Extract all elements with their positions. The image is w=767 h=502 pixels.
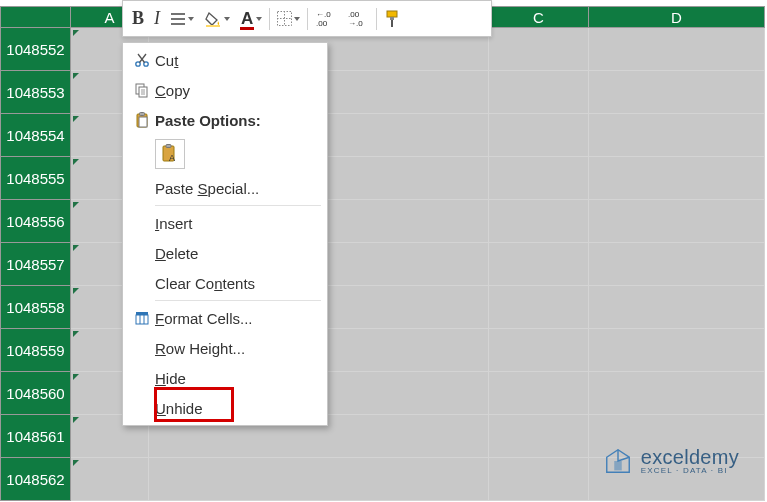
cell[interactable] bbox=[489, 114, 589, 157]
cell[interactable] bbox=[589, 114, 765, 157]
watermark-logo-icon bbox=[603, 446, 633, 476]
menu-label: Cut bbox=[155, 52, 319, 69]
clipboard-icon bbox=[129, 112, 155, 128]
svg-rect-12 bbox=[390, 17, 394, 20]
row-header[interactable]: 1048561 bbox=[0, 415, 71, 458]
chevron-down-icon bbox=[224, 17, 230, 21]
borders-button[interactable] bbox=[272, 8, 305, 29]
svg-text:→.0: →.0 bbox=[348, 19, 363, 28]
paste-option-default[interactable]: A bbox=[155, 139, 185, 169]
svg-text:.00: .00 bbox=[316, 19, 328, 28]
cell[interactable] bbox=[489, 157, 589, 200]
cell[interactable] bbox=[589, 28, 765, 71]
menu-copy[interactable]: Copy bbox=[123, 75, 327, 105]
font-color-button[interactable]: A bbox=[235, 6, 267, 32]
cell[interactable] bbox=[589, 372, 765, 415]
menu-cut[interactable]: Cut bbox=[123, 45, 327, 75]
decrease-decimal-button[interactable]: .00→.0 bbox=[342, 7, 374, 31]
fill-color-button[interactable] bbox=[199, 8, 235, 30]
cell[interactable] bbox=[71, 458, 149, 501]
row-header[interactable]: 1048558 bbox=[0, 286, 71, 329]
svg-rect-24 bbox=[140, 113, 145, 116]
chevron-down-icon bbox=[256, 17, 262, 21]
svg-rect-29 bbox=[136, 315, 148, 324]
chevron-down-icon bbox=[294, 17, 300, 21]
menu-clear-contents[interactable]: Clear Contents bbox=[123, 268, 327, 298]
paste-options-row: A bbox=[123, 135, 327, 173]
grid-rows: 1048552 1048553 1048554 1048555 1048556 … bbox=[0, 28, 767, 502]
increase-decimal-button[interactable]: ←.0.00 bbox=[310, 7, 342, 31]
borders-icon bbox=[277, 11, 292, 26]
menu-insert[interactable]: Insert bbox=[123, 208, 327, 238]
cell[interactable] bbox=[589, 200, 765, 243]
decrease-decimal-icon: .00→.0 bbox=[347, 10, 369, 28]
menu-row-height[interactable]: Row Height... bbox=[123, 333, 327, 363]
svg-rect-30 bbox=[136, 312, 148, 315]
row-header[interactable]: 1048557 bbox=[0, 243, 71, 286]
cell[interactable] bbox=[589, 329, 765, 372]
row-header[interactable]: 1048555 bbox=[0, 157, 71, 200]
menu-label: Delete bbox=[155, 245, 319, 262]
menu-label: Copy bbox=[155, 82, 319, 99]
menu-hide[interactable]: Hide bbox=[123, 363, 327, 393]
svg-rect-27 bbox=[166, 145, 171, 148]
cell[interactable] bbox=[489, 200, 589, 243]
row-header[interactable]: 1048562 bbox=[0, 458, 71, 501]
cell[interactable] bbox=[489, 28, 589, 71]
cell[interactable] bbox=[489, 286, 589, 329]
watermark: exceldemy EXCEL · DATA · BI bbox=[603, 446, 739, 476]
italic-button[interactable]: I bbox=[149, 5, 165, 32]
menu-format-cells[interactable]: Format Cells... bbox=[123, 303, 327, 333]
align-button[interactable] bbox=[165, 9, 199, 29]
menu-label: Clear Contents bbox=[155, 275, 319, 292]
chevron-down-icon bbox=[188, 17, 194, 21]
cell[interactable] bbox=[489, 372, 589, 415]
svg-rect-33 bbox=[614, 461, 622, 470]
separator bbox=[155, 300, 321, 301]
cell[interactable] bbox=[489, 458, 589, 501]
separator bbox=[155, 205, 321, 206]
row-header[interactable]: 1048560 bbox=[0, 372, 71, 415]
cell[interactable] bbox=[489, 329, 589, 372]
row-header[interactable]: 1048556 bbox=[0, 200, 71, 243]
svg-rect-25 bbox=[139, 117, 147, 127]
cell[interactable] bbox=[489, 71, 589, 114]
row-header[interactable]: 1048554 bbox=[0, 114, 71, 157]
svg-rect-3 bbox=[206, 25, 220, 27]
svg-text:←.0: ←.0 bbox=[316, 10, 331, 19]
cell[interactable] bbox=[489, 243, 589, 286]
col-header-d[interactable]: D bbox=[589, 6, 765, 28]
format-cells-icon bbox=[129, 310, 155, 326]
cell[interactable] bbox=[489, 415, 589, 458]
format-painter-button[interactable] bbox=[379, 7, 407, 31]
watermark-text: exceldemy bbox=[641, 447, 739, 467]
svg-text:A: A bbox=[169, 153, 175, 163]
row-header[interactable]: 1048553 bbox=[0, 71, 71, 114]
menu-label: Insert bbox=[155, 215, 319, 232]
format-painter-icon bbox=[384, 10, 402, 28]
paint-bucket-icon bbox=[204, 11, 222, 27]
cell[interactable] bbox=[149, 458, 489, 501]
bold-button[interactable]: B bbox=[127, 5, 149, 32]
watermark-subtext: EXCEL · DATA · BI bbox=[641, 467, 739, 475]
col-header-c[interactable]: C bbox=[489, 6, 589, 28]
menu-label: Unhide bbox=[155, 400, 319, 417]
align-icon bbox=[170, 12, 186, 26]
row-header[interactable]: 1048552 bbox=[0, 28, 71, 71]
menu-delete[interactable]: Delete bbox=[123, 238, 327, 268]
context-menu: Cut Copy Paste Options: A Paste Special.… bbox=[122, 42, 328, 426]
cell[interactable] bbox=[589, 157, 765, 200]
menu-paste-special[interactable]: Paste Special... bbox=[123, 173, 327, 203]
menu-label: Format Cells... bbox=[155, 310, 319, 327]
cell[interactable] bbox=[589, 286, 765, 329]
separator bbox=[307, 8, 308, 30]
cell[interactable] bbox=[589, 243, 765, 286]
select-all-corner[interactable] bbox=[0, 6, 71, 28]
mini-toolbar: B I A ←.0.00 .00→.0 bbox=[122, 0, 492, 37]
cell[interactable] bbox=[589, 71, 765, 114]
increase-decimal-icon: ←.0.00 bbox=[315, 10, 337, 28]
separator bbox=[376, 8, 377, 30]
copy-icon bbox=[129, 82, 155, 98]
menu-unhide[interactable]: Unhide bbox=[123, 393, 327, 423]
row-header[interactable]: 1048559 bbox=[0, 329, 71, 372]
